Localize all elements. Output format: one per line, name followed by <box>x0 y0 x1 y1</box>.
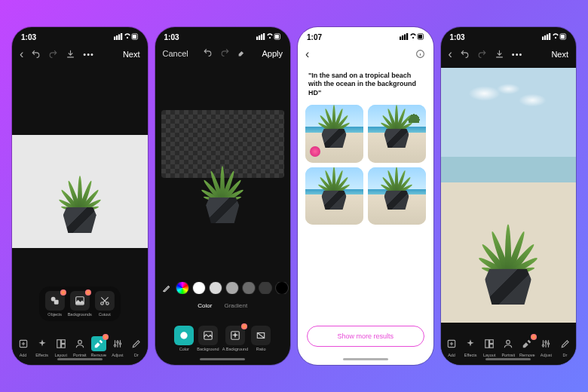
redo-icon[interactable] <box>477 49 487 60</box>
canvas[interactable] <box>155 65 291 261</box>
status-bar: 1:03 <box>441 27 577 44</box>
eraser-icon[interactable] <box>237 47 247 59</box>
color-picker-icon[interactable] <box>176 282 188 294</box>
tab-gradient[interactable]: Gradient <box>224 302 247 309</box>
status-bar: 1:03 <box>12 27 148 44</box>
status-icons <box>114 33 139 41</box>
svg-point-18 <box>117 341 118 343</box>
clock: 1:07 <box>307 33 322 41</box>
status-icons <box>256 33 281 41</box>
next-button[interactable]: Next <box>123 50 140 59</box>
background-tools: Color Background A.Background Ratio <box>155 326 291 351</box>
eyedropper-icon[interactable] <box>161 283 172 293</box>
color-swatches <box>155 282 291 294</box>
svg-rect-45 <box>561 35 565 38</box>
tool-adjust[interactable]: Adjust <box>108 336 127 357</box>
phone-background-color: 1:03 Cancel Apply <box>155 27 291 365</box>
svg-point-53 <box>548 343 550 345</box>
svg-rect-41 <box>547 35 548 41</box>
svg-rect-33 <box>404 35 406 41</box>
home-indicator <box>57 358 103 360</box>
bgtool-ratio[interactable]: Ratio <box>251 326 271 351</box>
svg-rect-26 <box>275 35 279 38</box>
tool-draw[interactable]: Dr <box>556 336 574 357</box>
tool-remove[interactable]: Remove <box>89 336 108 357</box>
redo-icon[interactable] <box>220 47 230 59</box>
swatch[interactable] <box>226 282 238 294</box>
undo-icon[interactable] <box>31 49 41 60</box>
tool-effects[interactable]: Effects <box>32 336 51 357</box>
svg-rect-2 <box>118 35 120 41</box>
svg-point-19 <box>119 343 121 345</box>
phone-editor-result: 1:03 ‹ ••• Next Add Effects <box>441 27 577 365</box>
svg-point-16 <box>78 340 81 344</box>
result-tile[interactable] <box>368 105 426 163</box>
phone-ai-results: 1:07 ‹ "In the sand on a tropical beach … <box>298 27 433 365</box>
svg-rect-8 <box>54 300 59 305</box>
apply-button[interactable]: Apply <box>262 49 283 58</box>
tab-color[interactable]: Color <box>198 302 212 309</box>
bgtool-background[interactable]: Background <box>197 326 219 351</box>
tool-layout[interactable]: Layout <box>480 336 499 357</box>
tool-draw[interactable]: Dr <box>127 336 145 357</box>
undo-icon[interactable] <box>203 47 213 59</box>
svg-rect-37 <box>418 35 421 38</box>
back-button[interactable]: ‹ <box>20 47 23 61</box>
svg-rect-3 <box>121 33 122 40</box>
svg-rect-0 <box>114 37 115 41</box>
remove-submenu: Objects Backgrounds Cutout <box>39 286 121 321</box>
svg-rect-42 <box>549 33 550 40</box>
result-tile[interactable] <box>368 167 426 225</box>
result-tile[interactable] <box>305 167 363 225</box>
toolbar: ‹ <box>298 44 433 67</box>
home-indicator <box>343 358 388 360</box>
clock: 1:03 <box>21 33 36 41</box>
swatch[interactable] <box>210 282 222 294</box>
svg-rect-40 <box>544 35 546 40</box>
svg-point-52 <box>545 341 547 343</box>
show-more-button[interactable]: Show more results <box>307 326 424 347</box>
submenu-backgrounds[interactable]: Backgrounds <box>68 291 92 317</box>
bgtool-color[interactable]: Color <box>174 326 194 351</box>
canvas[interactable] <box>441 68 577 323</box>
canvas[interactable] <box>12 67 148 293</box>
svg-rect-49 <box>490 345 494 348</box>
toolbar: ‹ ••• Next <box>441 44 577 67</box>
svg-rect-14 <box>61 340 65 344</box>
redo-icon[interactable] <box>48 49 58 60</box>
bgtool-ai-background[interactable]: A.Background <box>222 326 249 351</box>
undo-icon[interactable] <box>460 49 470 60</box>
next-button[interactable]: Next <box>551 50 568 59</box>
info-icon[interactable] <box>415 49 425 60</box>
tool-effects[interactable]: Effects <box>461 336 480 357</box>
home-indicator <box>485 358 531 360</box>
tool-remove[interactable]: Remove <box>518 336 537 357</box>
back-button[interactable]: ‹ <box>305 47 309 61</box>
svg-point-17 <box>114 345 115 346</box>
tool-add[interactable]: Add <box>443 336 461 357</box>
tool-portrait[interactable]: Portrait <box>499 336 518 357</box>
back-button[interactable]: ‹ <box>449 47 452 61</box>
swatch[interactable] <box>243 282 255 294</box>
tool-portrait[interactable]: Portrait <box>70 336 89 357</box>
tool-layout[interactable]: Layout <box>51 336 70 357</box>
swatch[interactable] <box>193 282 205 294</box>
svg-point-27 <box>181 332 188 338</box>
status-icons <box>542 33 567 41</box>
swatch[interactable] <box>276 282 288 294</box>
download-icon[interactable] <box>495 49 504 60</box>
svg-rect-31 <box>400 37 401 41</box>
submenu-cutout[interactable]: Cutout <box>95 291 115 317</box>
more-icon[interactable]: ••• <box>83 50 94 59</box>
download-icon[interactable] <box>66 49 75 60</box>
result-tile[interactable] <box>305 105 363 163</box>
swatch[interactable] <box>259 282 271 294</box>
result-grid <box>298 100 433 230</box>
tool-adjust[interactable]: Adjust <box>537 336 556 357</box>
svg-rect-6 <box>132 35 136 38</box>
tool-add[interactable]: Add <box>14 336 32 357</box>
submenu-objects[interactable]: Objects <box>45 291 65 317</box>
ai-prompt-text: "In the sand on a tropical beach with th… <box>298 67 433 100</box>
cancel-button[interactable]: Cancel <box>163 49 188 58</box>
more-icon[interactable]: ••• <box>512 50 523 59</box>
